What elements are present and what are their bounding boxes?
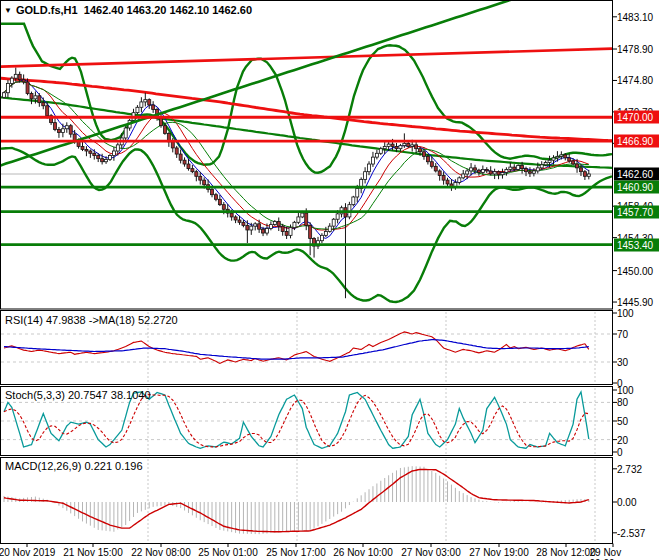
red-trendline	[0, 49, 612, 67]
price-tick-label: 1478.90	[617, 44, 653, 55]
time-tick-label: 29 Nov 09:00	[590, 547, 637, 560]
chart-canvas[interactable]	[0, 0, 660, 560]
stoch-scale-label: 0	[617, 447, 623, 458]
band-upper-line	[0, 24, 612, 173]
price-badge-support: 1457.70	[614, 205, 659, 218]
macd-scale-label: 0.00	[617, 497, 636, 508]
macd-panel[interactable]	[4, 466, 589, 534]
price-badge-current: 1462.60	[614, 168, 659, 181]
rsi-ma-line	[4, 340, 589, 360]
ma-fast-line	[4, 80, 589, 239]
chart-title: ▼GOLD.fs,H1 1462.40 1463.20 1462.10 1462…	[4, 4, 252, 16]
symbol-dropdown-icon[interactable]: ▼	[4, 6, 12, 15]
time-tick-label: 26 Nov 10:00	[333, 547, 393, 558]
symbol-period-label: GOLD.fs,H1	[16, 4, 78, 16]
price-tick-label: 1474.80	[617, 75, 653, 86]
chart-window: ▼GOLD.fs,H1 1462.40 1463.20 1462.10 1462…	[0, 0, 660, 560]
rsi-indicator-label: RSI(14) 47.9838 ->MA(18) 52.2720	[5, 314, 178, 326]
price-tick-label: 1450.00	[617, 265, 653, 276]
stoch-indicator-label: Stoch(5,3,3) 20.7547 38.1040	[5, 389, 151, 401]
stoch-scale-label: 80	[617, 397, 628, 408]
price-badge-support: 1453.40	[614, 238, 659, 251]
price-badge-resistance: 1466.90	[614, 135, 659, 148]
stoch-scale-label: 50	[617, 416, 628, 427]
macd-signal-line	[4, 469, 589, 531]
time-tick-label: 25 Nov 01:00	[198, 547, 258, 558]
indicator-vgrid	[148, 312, 595, 542]
macd-scale-label: 2.732	[617, 463, 642, 474]
time-tick-label: 27 Nov 19:00	[469, 547, 529, 558]
time-tick-label: 20 Nov 2019	[0, 547, 55, 558]
stoch-scale-label: 20	[617, 434, 628, 445]
rsi-scale-label: 100	[617, 308, 634, 319]
price-badge-resistance: 1470.00	[614, 111, 659, 124]
time-tick-label: 27 Nov 03:00	[401, 547, 461, 558]
rsi-scale-label: 70	[617, 329, 628, 340]
stoch-scale-label: 100	[617, 385, 634, 396]
price-badge-support: 1460.90	[614, 181, 659, 194]
main-price-panel[interactable]	[0, 0, 612, 302]
macd-scale-label: -2.537	[617, 527, 645, 538]
price-tick-label: 1445.90	[617, 297, 653, 308]
rsi-scale-label: 30	[617, 357, 628, 368]
time-tick-label: 28 Nov 12:00	[536, 547, 596, 558]
time-tick-label: 25 Nov 17:00	[266, 547, 326, 558]
price-tick-label: 1483.10	[617, 11, 653, 22]
time-tick-label: 21 Nov 15:00	[63, 547, 123, 558]
rsi-panel[interactable]	[1, 332, 612, 364]
ohlc-readout: 1462.40 1463.20 1462.10 1462.60	[84, 4, 252, 16]
time-tick-label: 22 Nov 08:00	[131, 547, 191, 558]
macd-indicator-label: MACD(12,26,9) 0.221 0.196	[5, 460, 143, 472]
